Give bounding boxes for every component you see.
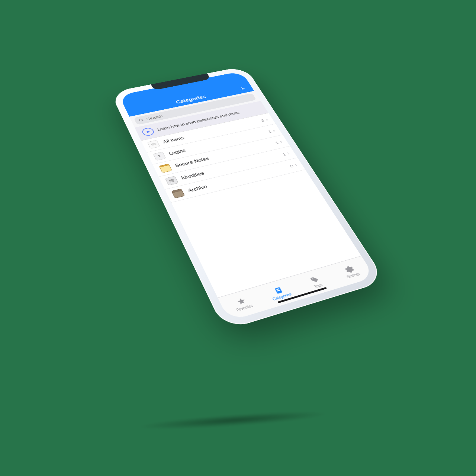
svg-point-4 (170, 180, 171, 181)
all-items-icon: ⦾⦾ (147, 140, 160, 149)
phone-body: Categories + Learn how to save passwords… (110, 66, 386, 331)
svg-rect-7 (277, 290, 280, 292)
svg-rect-5 (275, 287, 283, 294)
svg-point-8 (312, 279, 313, 280)
svg-point-0 (139, 119, 143, 121)
tab-settings[interactable]: Settings (327, 256, 375, 288)
archive-icon (171, 189, 185, 198)
home-indicator[interactable] (277, 287, 327, 303)
tab-tags[interactable]: Tags (292, 266, 340, 298)
tag-icon (309, 275, 321, 284)
phone-screen: Categories + Learn how to save passwords… (119, 71, 375, 321)
identities-icon (165, 176, 178, 186)
stage: Categories + Learn how to save passwords… (0, 0, 476, 476)
svg-line-1 (142, 120, 144, 121)
tab-categories[interactable]: Categories (255, 276, 305, 309)
chevron-right-icon: › (293, 162, 298, 168)
svg-rect-3 (169, 179, 174, 182)
search-icon (138, 118, 145, 122)
tab-label: Favorites (236, 304, 254, 312)
tab-favorites[interactable]: Favorites (218, 287, 267, 321)
chevron-right-icon: › (264, 117, 269, 122)
add-button[interactable]: + (236, 85, 248, 92)
tab-label: Categories (272, 292, 292, 301)
tab-label: Tags (313, 283, 323, 289)
svg-rect-6 (276, 288, 280, 290)
chevron-right-icon: › (279, 139, 284, 144)
chevron-right-icon: › (271, 128, 276, 133)
categories-list: ⦾⦾ All Items 3 › Logins 1 › (141, 113, 361, 298)
secure-notes-icon (159, 164, 172, 173)
logins-icon (153, 152, 166, 161)
play-icon (141, 127, 155, 136)
phone-mockup: Categories + Learn how to save passwords… (110, 66, 386, 331)
plus-icon: + (238, 85, 247, 93)
phone-shadow (137, 408, 331, 433)
chevron-right-icon: › (286, 150, 291, 156)
tab-bar: Favorites Categories Tags Settings (218, 256, 375, 321)
tab-label: Settings (346, 272, 361, 279)
gear-icon (344, 265, 356, 274)
categories-icon (273, 286, 285, 295)
star-icon (235, 297, 248, 306)
svg-point-2 (158, 155, 160, 156)
